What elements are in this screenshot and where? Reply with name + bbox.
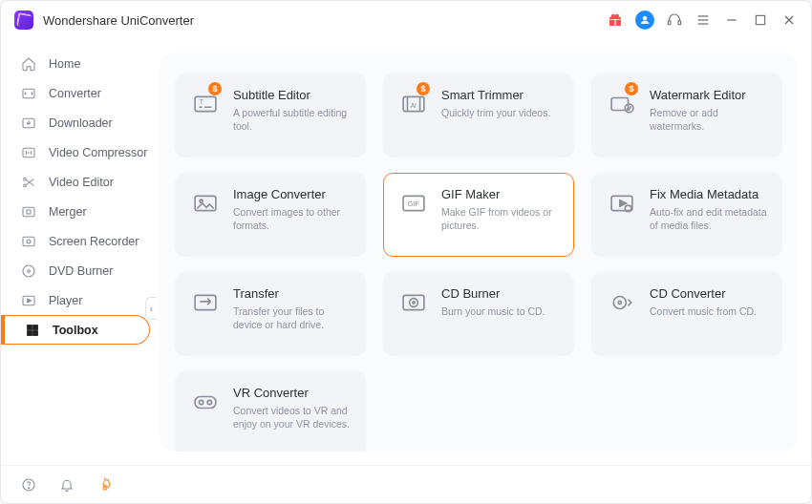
tool-title: Watermark Editor [650,88,768,102]
sidebar-item-converter[interactable]: Converter [1,78,150,108]
svg-point-19 [28,269,31,272]
tool-desc: Convert music from CD. [650,304,757,318]
sidebar-item-toolbox[interactable]: Toolbox [1,315,150,345]
download-icon [20,115,37,132]
tool-title: VR Converter [233,386,352,400]
imgconv-icon [189,187,222,220]
transfer-icon [189,286,222,319]
tool-title: Fix Media Metadata [650,187,768,201]
play-icon [20,292,37,309]
svg-rect-7 [756,15,764,24]
sidebar-item-label: Video Compressor [49,146,147,159]
sidebar-item-label: Player [49,294,82,307]
svg-text:GIF: GIF [407,200,419,208]
disc-icon [20,262,37,280]
titlebar: Wondershare UniConverter [1,1,811,39]
premium-badge-icon: $ [625,82,638,95]
title-left: Wondershare UniConverter [14,10,194,30]
svg-rect-25 [195,96,216,111]
compress-icon [20,144,37,161]
svg-point-17 [27,240,31,243]
sidebar-item-home[interactable]: Home [1,49,150,78]
svg-point-13 [24,178,27,180]
sidebar-item-label: Home [49,57,80,71]
maximize-icon[interactable] [752,11,769,29]
tool-desc: Convert images to other formats. [233,205,352,232]
tool-title: Subtitle Editor [233,88,352,102]
svg-point-47 [28,487,29,488]
tool-card-gif[interactable]: GIFGIF MakerMake GIF from videos or pict… [383,173,574,257]
tool-card-watermark[interactable]: $Watermark EditorRemove or add watermark… [591,74,782,158]
svg-point-44 [199,400,203,404]
premium-badge-icon: $ [208,82,222,95]
sidebar-collapse-handle[interactable]: ‹ [145,297,157,320]
gif-icon: GIF [397,187,430,220]
home-icon [20,55,37,73]
svg-text:T: T [199,97,203,106]
svg-rect-37 [195,295,216,309]
sidebar-item-screen-recorder[interactable]: Screen Recorder [1,226,150,256]
svg-rect-21 [28,325,32,329]
fixmeta-icon [606,187,638,220]
main: $TSubtitle EditorA powerful subtitle edi… [156,39,811,465]
svg-rect-2 [678,21,681,25]
svg-rect-1 [668,21,671,25]
support-headset-icon[interactable] [666,11,683,29]
tool-card-smarttrim[interactable]: $AISmart TrimmerQuickly trim your videos… [383,74,574,158]
minimize-icon[interactable] [723,11,740,29]
svg-point-39 [410,299,418,307]
tool-card-cdconv[interactable]: CD ConverterConvert music from CD. [591,272,782,356]
sidebar-item-video-editor[interactable]: Video Editor [1,167,150,197]
svg-rect-38 [403,295,424,309]
help-icon[interactable] [20,476,37,494]
account-avatar-icon[interactable] [635,10,654,30]
sidebar-item-label: Screen Recorder [49,235,139,248]
svg-point-40 [413,302,415,304]
svg-point-42 [618,301,621,304]
gift-icon[interactable] [607,11,624,29]
tool-card-imgconv[interactable]: Image ConverterConvert images to other f… [175,173,366,257]
sidebar-item-merger[interactable]: Merger [1,197,150,226]
tool-title: GIF Maker [441,187,560,201]
sidebar-item-label: Toolbox [53,324,98,337]
tool-title: CD Burner [441,286,545,301]
premium-badge-icon: $ [417,82,430,95]
tool-card-fixmeta[interactable]: Fix Media MetadataAuto-fix and edit meta… [591,173,782,257]
tool-card-vr[interactable]: VR ConverterConvert videos to VR and enj… [175,371,366,452]
svg-point-0 [643,16,647,20]
cdburn-icon [397,286,430,319]
sidebar-item-downloader[interactable]: Downloader [1,108,150,137]
app-title: Wondershare UniConverter [43,13,194,28]
sidebar-item-video-compressor[interactable]: Video Compressor [1,137,150,167]
sidebar-item-label: Downloader [49,116,113,130]
hamburger-menu-icon[interactable] [694,11,712,29]
vr-icon [189,386,222,418]
sidebar-item-dvd-burner[interactable]: DVD Burner [1,256,150,285]
tool-desc: Make GIF from videos or pictures. [441,205,560,232]
merge-icon [20,203,37,220]
svg-point-18 [23,265,34,277]
sidebar-item-label: Merger [49,205,87,219]
close-icon[interactable] [780,11,798,29]
sidebar-item-label: Video Editor [49,176,114,189]
tool-desc: A powerful subtitle editing tool. [233,106,352,133]
svg-rect-23 [28,330,32,335]
tool-desc: Remove or add watermarks. [650,106,768,133]
tool-desc: Burn your music to CD. [441,304,545,318]
sidebar-item-player[interactable]: Player [1,285,150,315]
body: HomeConverterDownloaderVideo CompressorV… [1,39,811,465]
svg-point-14 [24,184,27,187]
titlebar-controls [607,10,798,30]
tool-grid: $TSubtitle EditorA powerful subtitle edi… [175,74,782,452]
record-icon [20,233,37,250]
svg-point-41 [613,296,626,308]
bell-icon[interactable] [58,476,75,494]
tool-card-cdburn[interactable]: CD BurnerBurn your music to CD. [383,272,574,356]
sidebar-item-label: DVD Burner [49,264,113,278]
bottombar [1,465,811,503]
tool-card-transfer[interactable]: TransferTransfer your files to device or… [175,272,366,356]
fire-icon[interactable] [96,476,114,494]
tool-card-subtitle[interactable]: $TSubtitle EditorA powerful subtitle edi… [175,74,366,158]
svg-point-45 [207,400,211,404]
svg-rect-15 [23,207,34,216]
